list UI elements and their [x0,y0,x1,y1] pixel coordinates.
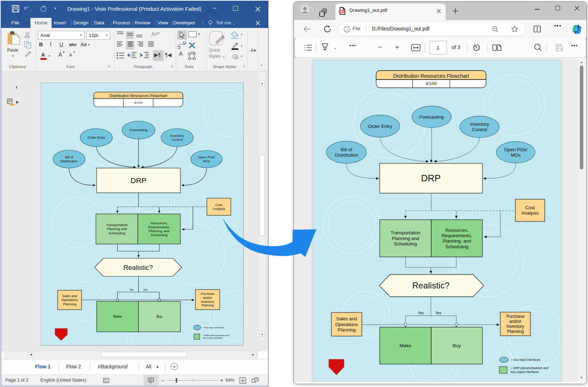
svg-text:Inventory: Inventory [201,300,214,304]
svg-text:Scheduling: Scheduling [108,231,125,235]
svg-text:= Key Input interfaces: = Key Input interfaces [203,326,224,329]
svg-text:Order Entry: Order Entry [87,135,105,139]
svg-text:Realistic?: Realistic? [412,281,449,290]
svg-text:Requirements,: Requirements, [148,225,170,229]
svg-text:key output interfaces: key output interfaces [203,337,223,339]
svg-text:Distribution Resources Flowcha: Distribution Resources Flowchart [393,73,469,79]
svg-text:Distribution Resources Flowcha: Distribution Resources Flowchart [110,94,167,98]
svg-text:Resources,: Resources, [445,228,469,233]
svg-text:Planning: Planning [63,302,76,306]
svg-text:Requirements,: Requirements, [442,233,472,238]
svg-text:Buy: Buy [453,343,461,348]
svg-text:Planning, and: Planning, and [443,238,471,244]
svg-text:Forecasting: Forecasting [130,128,147,132]
svg-text:Yes: Yes [143,288,147,291]
svg-text:Yes: Yes [436,311,441,315]
svg-text:= DRP plans/schedules and: = DRP plans/schedules and [203,334,229,336]
svg-text:key output interfaces: key output interfaces [511,370,539,374]
svg-text:6/1/00: 6/1/00 [426,81,437,86]
svg-text:Control: Control [172,138,183,142]
svg-text:Inventory: Inventory [470,121,489,127]
svg-text:Open POs/: Open POs/ [504,147,528,152]
svg-text:and/or: and/or [203,296,212,300]
svg-text:= DRP plans/schedules and: = DRP plans/schedules and [511,366,548,370]
svg-text:Sales and: Sales and [336,316,357,321]
svg-text:Transportation: Transportation [106,223,128,227]
svg-text:Scheduling: Scheduling [394,241,417,247]
svg-text:Planning and: Planning and [392,236,419,241]
svg-text:Yes: Yes [418,311,424,315]
svg-text:Open POs/: Open POs/ [198,155,215,159]
svg-text:Planning: Planning [507,329,524,334]
svg-text:Analysis: Analysis [521,210,539,216]
svg-text:Cost: Cost [525,205,535,210]
svg-text:and/or: and/or [509,319,521,324]
svg-text:Distribution: Distribution [335,152,358,158]
svg-text:Forecasting: Forecasting [419,114,444,120]
svg-text:Operations: Operations [335,322,358,327]
svg-text:Yes: Yes [129,288,133,291]
svg-text:Control: Control [472,127,487,132]
svg-text:Planning and: Planning and [107,227,127,231]
svg-text:Scheduling: Scheduling [151,233,167,237]
svg-text:Bill of: Bill of [65,155,73,159]
svg-text:Inventory: Inventory [170,134,184,138]
svg-text:Order Entry: Order Entry [368,124,392,129]
svg-text:Purchase: Purchase [506,314,525,319]
svg-text:Distribution: Distribution [60,159,78,163]
svg-text:Resources,: Resources, [150,221,167,225]
svg-text:Purchase: Purchase [201,292,214,296]
svg-text:Planning: Planning [201,304,214,307]
svg-text:= Key Input interfaces: = Key Input interfaces [511,358,540,362]
svg-text:PDF: PDF [340,10,344,13]
svg-text:Realistic?: Realistic? [123,264,153,271]
svg-text:DRP: DRP [131,176,146,185]
svg-text:Buy: Buy [156,315,162,319]
svg-text:6/1/00: 6/1/00 [134,101,142,104]
svg-text:Planning, and: Planning, and [149,229,169,233]
svg-text:Bill of: Bill of [341,147,352,152]
svg-text:Make: Make [113,315,122,319]
svg-text:MOs: MOs [511,152,521,158]
svg-text:Scheduling: Scheduling [445,244,468,249]
svg-text:MOs: MOs [203,159,210,163]
svg-text:DRP: DRP [421,173,441,183]
svg-text:Transportation: Transportation [390,230,420,235]
svg-text:Operations: Operations [61,298,78,302]
svg-text:Inventory: Inventory [506,324,524,329]
svg-text:Sales and: Sales and [62,294,77,298]
svg-text:Make: Make [399,343,411,348]
svg-text:Planning: Planning [337,327,356,333]
